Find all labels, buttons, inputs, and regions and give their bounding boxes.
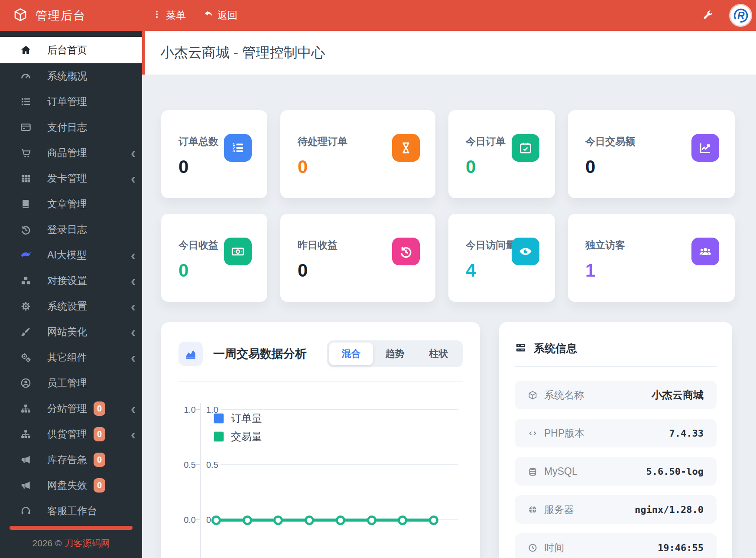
area-chart-icon — [178, 342, 203, 366]
sidebar-item-home[interactable]: 后台首页 — [0, 37, 142, 63]
stat-card-pending-orders: 待处理订单 0 — [280, 110, 435, 198]
sidebar-scrollbar[interactable] — [10, 526, 133, 530]
page-header: 小杰云商城 - 管理控制中心 — [142, 31, 756, 75]
data-point — [398, 516, 407, 525]
stat-card-total-orders: 订单总数 0 123 — [161, 110, 267, 198]
y-axis-tick — [195, 519, 200, 520]
chevron-left-icon: ‹ — [131, 300, 136, 312]
content-area: 订单总数 0 123 待处理订单 0 今日订单 0 — [142, 75, 756, 558]
sidebar-item-supply[interactable]: 供货管理 0 ‹ — [0, 421, 142, 447]
stat-value: 0 — [466, 158, 555, 176]
svg-text:R: R — [737, 10, 745, 21]
sidebar-item-system-settings[interactable]: 系统设置 ‹ — [0, 294, 142, 319]
y-axis-tick-label: 0.5 — [178, 459, 196, 470]
chevron-left-icon: ‹ — [131, 428, 136, 440]
menu-toggle-button[interactable]: 菜单 — [152, 9, 186, 22]
topbar: 管理后台 菜单 返回 — [0, 0, 756, 31]
sidebar-item-staff[interactable]: 员工管理 — [0, 370, 142, 396]
topnav: 菜单 返回 — [152, 9, 237, 22]
admin-dashboard: 管理后台 菜单 返回 — [0, 0, 756, 558]
avatar[interactable]: R — [729, 4, 752, 27]
tab-bar[interactable]: 柱状 — [417, 343, 461, 365]
legend-swatch-green — [214, 432, 224, 441]
sidebar-item-other-components[interactable]: 其它组件 ‹ — [0, 345, 142, 370]
history-icon — [20, 224, 36, 235]
data-point — [367, 516, 376, 525]
list-ol-icon: 123 — [224, 134, 252, 162]
badge: 0 — [94, 427, 105, 441]
system-info-card: 系统信息 系统名称 小杰云商城 PHP版本 7.4.33 — [499, 322, 732, 558]
stats-grid: 订单总数 0 123 待处理订单 0 今日订单 0 — [161, 110, 756, 302]
sidebar-item-orders[interactable]: 订单管理 — [0, 89, 142, 114]
sidebar-item-substation[interactable]: 分站管理 0 ‹ — [0, 396, 142, 421]
sidebar: 后台首页 系统概况 订单管理 支付日志 商品管理 ‹ 发卡管理 ‹ 文章管理 — [0, 31, 142, 558]
gridline — [221, 464, 458, 465]
sidebar-item-support-workbench[interactable]: 客服工作台 — [0, 498, 142, 524]
chart-plot: 1.0 0.5 0.0 1.0 0.5 0.0 — [178, 390, 463, 558]
chart-header: 一周交易数据分析 混合 趋势 柱状 — [178, 340, 463, 367]
menu-dots-icon — [152, 9, 162, 22]
cart-icon — [20, 147, 36, 159]
gear-icon — [20, 300, 36, 312]
users-icon — [691, 238, 719, 265]
legend-entry-orders[interactable]: 订单量 — [214, 412, 262, 425]
sidebar-item-login-log[interactable]: 登录日志 — [0, 217, 142, 242]
sitemap-icon — [20, 403, 36, 414]
book-icon — [20, 198, 36, 210]
stat-label: 今日收益 — [178, 238, 267, 252]
tab-mixed[interactable]: 混合 — [329, 343, 373, 365]
gears-icon — [20, 352, 36, 363]
sidebar-item-goods[interactable]: 商品管理 ‹ — [0, 140, 142, 166]
stat-card-today-orders: 今日订单 0 — [448, 110, 555, 198]
sidebar-item-card-issue[interactable]: 发卡管理 ‹ — [0, 166, 142, 191]
chart-title: 一周交易数据分析 — [213, 346, 307, 362]
legend-entry-volume[interactable]: 交易量 — [214, 430, 262, 443]
eye-icon — [512, 238, 539, 265]
sidebar-item-articles[interactable]: 文章管理 — [0, 191, 142, 217]
sidebar-item-netdisk-invalid[interactable]: 网盘失效 0 — [0, 473, 142, 498]
tab-trend[interactable]: 趋势 — [373, 343, 417, 365]
y-axis-tick-label: 1.0 — [178, 404, 196, 415]
data-point — [305, 516, 314, 525]
system-row-time: 时间 19:46:55 — [515, 533, 717, 558]
user-circle-icon — [20, 377, 36, 389]
divider — [515, 366, 717, 367]
system-value: 19:46:55 — [658, 542, 704, 553]
wrench-icon[interactable] — [702, 10, 714, 21]
chevron-left-icon: ‹ — [131, 249, 136, 261]
return-arrow-icon — [203, 9, 214, 22]
chevron-left-icon: ‹ — [131, 352, 136, 363]
page-title: 小杰云商城 - 管理控制中心 — [160, 43, 325, 62]
sidebar-item-payment-log[interactable]: 支付日志 — [0, 114, 142, 140]
globe-icon — [528, 505, 538, 515]
stat-card-today-visits: 今日访问量 4 — [448, 214, 555, 302]
headset-icon — [20, 505, 36, 517]
sidebar-item-overview[interactable]: 系统概况 — [0, 63, 142, 89]
system-row-name: 系统名称 小杰云商城 — [515, 381, 717, 409]
legend-swatch-blue — [214, 414, 224, 423]
sidebar-item-site-beautify[interactable]: 网站美化 ‹ — [0, 319, 142, 345]
weekly-chart-card: 一周交易数据分析 混合 趋势 柱状 1.0 0.5 0.0 — [161, 322, 480, 558]
footer-site-link[interactable]: 刀客源码网 — [64, 538, 110, 548]
badge: 0 — [94, 401, 105, 416]
sidebar-item-stock-alert[interactable]: 库存告急 0 — [0, 447, 142, 473]
credit-card-icon — [20, 121, 36, 133]
bottom-grid: 一周交易数据分析 混合 趋势 柱状 1.0 0.5 0.0 — [161, 322, 756, 558]
badge: 0 — [94, 453, 105, 467]
system-value: nginx/1.28.0 — [635, 504, 704, 515]
back-button[interactable]: 返回 — [203, 9, 237, 22]
cube-icon — [13, 7, 28, 24]
main-content: 小杰云商城 - 管理控制中心 订单总数 0 123 待处理订单 0 — [142, 31, 756, 558]
server-icon — [515, 342, 527, 356]
data-point — [243, 516, 252, 525]
code-icon — [528, 428, 538, 438]
chevron-left-icon: ‹ — [131, 275, 136, 287]
sidebar-item-integration[interactable]: 对接设置 ‹ — [0, 268, 142, 294]
topbar-right: R — [702, 4, 756, 27]
stat-card-today-earnings: 今日收益 0 — [161, 214, 267, 302]
bullhorn-icon — [20, 454, 36, 466]
data-point — [429, 516, 438, 525]
sidebar-item-ai-model[interactable]: AI大模型 ‹ — [0, 242, 142, 268]
chart-line-icon — [691, 134, 719, 162]
gauge-icon — [20, 70, 36, 82]
